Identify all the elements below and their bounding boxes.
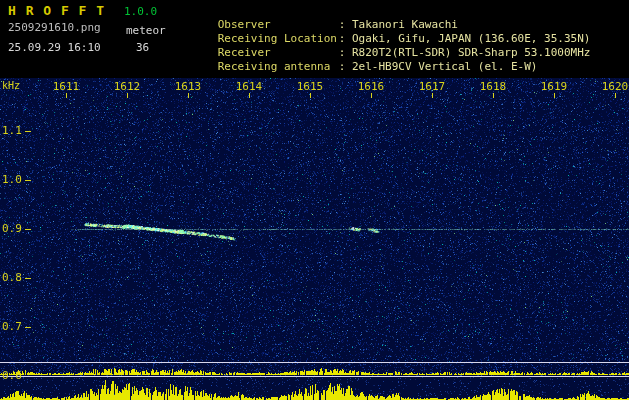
x-tick-label: 1612 xyxy=(113,80,141,93)
spectrogram-canvas xyxy=(0,78,629,362)
x-tick-label: 1613 xyxy=(174,80,202,93)
x-tick-label: 1615 xyxy=(296,80,324,93)
timestamp: 25.09.29 16:10 xyxy=(8,41,101,54)
y-tick-label: 1.1 xyxy=(2,124,26,137)
x-tick-label: 1611 xyxy=(52,80,80,93)
signal-level-bars-canvas xyxy=(0,377,629,400)
x-tick-label: 1617 xyxy=(418,80,446,93)
x-tick-label: 1614 xyxy=(235,80,263,93)
signal-level-substrip-canvas xyxy=(0,363,629,376)
y-tick-label: 0.7 xyxy=(2,320,26,333)
y-tick-label: 0.9 xyxy=(2,222,26,235)
x-tick-label: 1616 xyxy=(357,80,385,93)
app-version: 1.0.0 xyxy=(124,5,157,18)
mode-label: meteor xyxy=(126,24,166,37)
info-label: Receiving antenna xyxy=(218,60,339,74)
y-tick-label: 1.0 xyxy=(2,173,26,186)
echo-count: 36 xyxy=(136,41,149,54)
info-value: : 2el-HB9CV Vertical (el. E-W) xyxy=(339,60,538,73)
output-filename: 2509291610.png xyxy=(8,21,101,34)
y-tick-label: 0.6 xyxy=(2,369,26,382)
y-tick-label: 0.8 xyxy=(2,271,26,284)
y-axis-unit-label: kHz xyxy=(2,80,20,91)
x-tick-label: 1620 xyxy=(601,80,629,93)
x-tick-label: 1619 xyxy=(540,80,568,93)
hrofft-screenshot: H R O F F T 1.0.0 2509291610.png meteor … xyxy=(0,0,629,400)
app-title: H R O F F T xyxy=(8,3,105,18)
x-tick-label: 1618 xyxy=(479,80,507,93)
